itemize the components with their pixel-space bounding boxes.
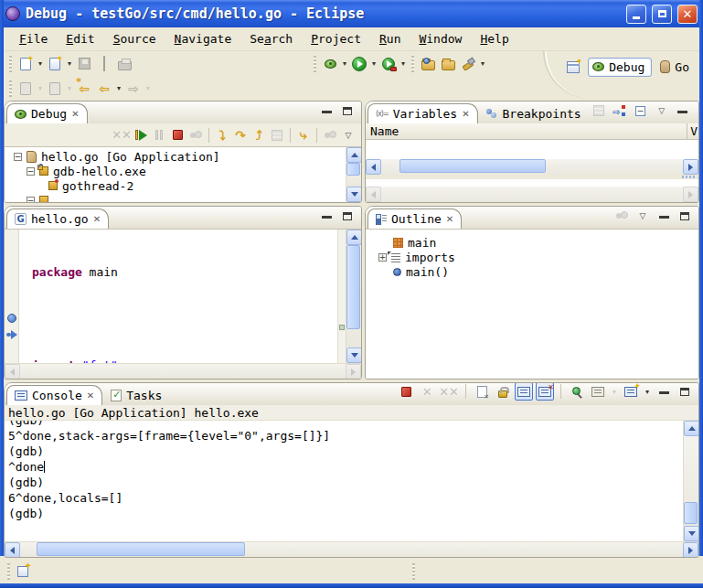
console-terminate-button[interactable] [397, 382, 415, 401]
debug-launch-dropdown[interactable]: ▾ [340, 54, 349, 74]
forward-button[interactable]: ⇨ [123, 79, 144, 99]
display-selected-console-button[interactable] [589, 382, 607, 401]
toolbar-drag-handle[interactable] [411, 56, 414, 72]
save-all-button[interactable] [94, 54, 114, 74]
resume-button[interactable] [132, 126, 150, 144]
close-icon[interactable]: ✕ [87, 391, 94, 401]
maximize-button[interactable] [652, 5, 672, 24]
scroll-left-button[interactable] [366, 159, 381, 175]
scroll-down-button[interactable] [684, 526, 698, 541]
step-return-button[interactable]: ⤴ [250, 126, 268, 144]
scrollbar-thumb[interactable] [684, 502, 698, 524]
view-maximize-button[interactable] [338, 102, 357, 120]
editor-vertical-scrollbar[interactable] [346, 230, 361, 363]
scroll-up-button[interactable] [346, 147, 361, 163]
editor-annotation-ruler[interactable] [5, 230, 19, 363]
tab-console[interactable]: Console ✕ [6, 385, 102, 405]
next-annotation-dropdown[interactable]: ▾ [36, 79, 45, 99]
show-stdout-toggle[interactable] [515, 382, 533, 401]
step-into-button[interactable]: ⤵ [213, 126, 231, 144]
new-wizard-button[interactable]: ✦ [16, 54, 36, 74]
show-type-names-button[interactable] [590, 102, 608, 120]
open-type-button[interactable] [418, 54, 438, 74]
menu-navigate[interactable]: Navigate [166, 30, 240, 48]
toolbar-drag-handle[interactable] [9, 80, 12, 97]
breakpoint-marker[interactable] [7, 314, 16, 323]
back-button[interactable]: ⇦ [94, 79, 114, 99]
display-console-dropdown[interactable]: ▾ [610, 382, 619, 401]
back-dropdown[interactable]: ▾ [114, 79, 123, 99]
clear-console-button[interactable] [473, 382, 491, 401]
new-wizard-dropdown[interactable]: ▾ [36, 54, 45, 74]
instruction-pointer-marker[interactable] [6, 330, 17, 339]
outline-item-imports[interactable]: + imports [366, 250, 698, 264]
debug-view-menu-button[interactable]: ▽ [339, 126, 357, 144]
scroll-lock-button[interactable] [494, 382, 512, 401]
scrollbar-thumb[interactable] [399, 159, 546, 173]
view-maximize-button[interactable] [338, 207, 357, 225]
disconnect-button[interactable] [186, 126, 205, 144]
menu-source[interactable]: Source [105, 30, 165, 48]
next-annotation-button[interactable] [16, 79, 36, 99]
previous-annotation-button[interactable] [45, 79, 65, 99]
tab-outline[interactable]: Outline ✕ [367, 208, 462, 229]
statusbar-drag-handle[interactable] [7, 563, 10, 580]
eclipse-logo-icon[interactable] [5, 6, 20, 21]
outline-item-package[interactable]: main [366, 235, 698, 250]
step-over-button[interactable]: ↷ [231, 126, 250, 144]
scrollbar-thumb[interactable] [346, 163, 360, 176]
tree-row-launch[interactable]: − hello.go [Go Application] [5, 149, 346, 164]
console-horizontal-scrollbar[interactable] [5, 541, 698, 557]
new-project-dropdown[interactable]: ▾ [65, 54, 74, 74]
perspective-go-button[interactable]: Go [656, 59, 696, 76]
pin-console-button[interactable] [568, 382, 586, 401]
scroll-down-button[interactable] [346, 347, 361, 363]
close-icon[interactable]: ✕ [93, 215, 101, 224]
link-with-debug-button[interactable] [321, 126, 339, 144]
minimize-button[interactable] [626, 5, 646, 24]
external-tools-dropdown[interactable]: ▾ [399, 54, 408, 74]
overview-annotation-mark[interactable] [339, 325, 345, 330]
menu-run[interactable]: Run [371, 30, 409, 48]
tab-hello-go[interactable]: G hello.go ✕ [6, 208, 109, 229]
console-output[interactable]: (gdb) 5^done,stack-args=[frame={level="0… [5, 421, 683, 541]
menu-file[interactable]: File [11, 30, 56, 48]
view-maximize-button[interactable] [676, 382, 694, 401]
remove-launch-button[interactable]: ✕ [418, 382, 436, 401]
save-button[interactable] [74, 54, 94, 74]
suspend-button[interactable] [150, 126, 168, 144]
collapse-expander[interactable]: − [14, 153, 22, 161]
view-minimize-button[interactable] [655, 207, 673, 225]
scrollbar-thumb[interactable] [346, 245, 360, 329]
scroll-up-button[interactable] [684, 421, 698, 436]
toolbar-drag-handle[interactable] [9, 56, 12, 72]
debug-vertical-scrollbar[interactable] [346, 147, 361, 202]
variables-view-menu-button[interactable]: ▽ [653, 102, 671, 120]
variables-table-body[interactable] [366, 140, 698, 159]
run-launch-dropdown[interactable]: ▾ [369, 54, 378, 74]
statusbar-drag-handle[interactable] [412, 563, 415, 580]
tab-tasks[interactable]: ✓ Tasks [102, 385, 170, 405]
open-console-dropdown[interactable]: ▾ [643, 382, 652, 401]
tab-breakpoints[interactable]: Breakpoints [478, 103, 590, 123]
fast-view-button[interactable]: ✦ [17, 566, 28, 577]
use-step-filters-button[interactable]: ⤷ [294, 126, 313, 144]
search-dropdown[interactable]: ▾ [478, 54, 487, 74]
view-minimize-button[interactable] [317, 102, 336, 120]
scroll-up-button[interactable] [346, 230, 361, 245]
menu-window[interactable]: Window [410, 30, 470, 48]
run-launch-button[interactable] [349, 54, 369, 74]
close-icon[interactable]: ✕ [446, 215, 453, 224]
show-stderr-toggle[interactable]: ✕ [536, 382, 554, 401]
perspective-debug-button[interactable]: Debug [588, 58, 652, 77]
last-edit-location-button[interactable]: *⇦ [74, 79, 94, 99]
tab-debug[interactable]: Debug ✕ [6, 103, 88, 123]
outline-view-menu-button[interactable]: ▽ [634, 207, 652, 225]
menu-search[interactable]: Search [241, 30, 301, 48]
collapse-all-button[interactable]: − [632, 102, 650, 120]
drop-to-frame-button[interactable] [268, 126, 286, 144]
print-button[interactable] [114, 54, 134, 74]
expand-expander[interactable]: + [378, 253, 387, 262]
scroll-right-button[interactable] [683, 159, 698, 175]
menu-edit[interactable]: Edit [58, 30, 102, 48]
